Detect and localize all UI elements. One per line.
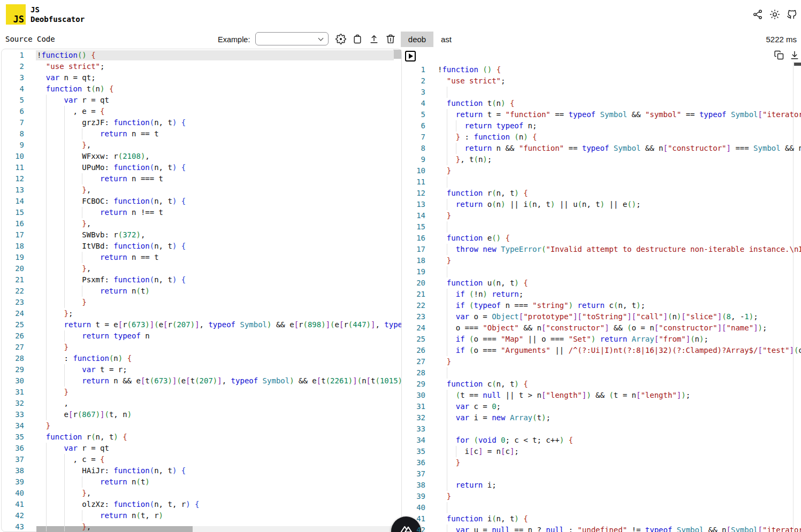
code-line[interactable]: 23 var o = Object["prototype"]["toString… [407, 311, 801, 322]
code-line[interactable]: 41 olzXz: function(n, t, r) { [2, 499, 401, 510]
code-line[interactable]: 3 var n = qt; [2, 72, 401, 83]
code-line[interactable]: 42 var u = null == n ? null : "undefined… [407, 525, 801, 532]
code-line[interactable]: 8 return n == t [2, 128, 401, 140]
code-line[interactable]: 38 HAiJr: function(n, t) { [2, 465, 401, 476]
code-line[interactable]: 36 var r = qt [2, 443, 401, 454]
code-line[interactable]: 41 function i(n, t) { [407, 513, 801, 525]
code-line[interactable]: 42 return n(t, r) [2, 510, 401, 521]
code-line[interactable]: 13 }, [2, 184, 401, 196]
code-line[interactable]: 22 return n(t) [2, 286, 401, 297]
code-line[interactable]: 37 [407, 468, 801, 480]
code-line[interactable]: 8 return n && "function" == typeof Symbo… [407, 143, 801, 154]
code-line[interactable]: 26 return typeof n [2, 330, 401, 342]
code-line[interactable]: 4 function t(n) { [2, 83, 401, 95]
code-line[interactable]: 14 FCBOC: function(n, t) { [2, 196, 401, 207]
code-line[interactable]: 27 } [2, 342, 401, 353]
code-line[interactable]: 10 } [407, 165, 801, 176]
share-icon[interactable] [752, 9, 763, 20]
code-line[interactable]: 3 [407, 87, 801, 98]
code-line[interactable]: 18 } [407, 255, 801, 266]
code-line[interactable]: 7 grzJF: function(n, t) { [2, 117, 401, 128]
code-line[interactable]: 15 return n !== t [2, 207, 401, 218]
code-line[interactable]: 7 } : function (n) { [407, 132, 801, 143]
code-line[interactable]: 43 }, [2, 521, 401, 532]
code-line[interactable]: 28 [407, 367, 801, 379]
tab-ast[interactable]: ast [433, 32, 459, 47]
code-line[interactable]: 16 function e() { [407, 233, 801, 244]
trash-icon[interactable] [385, 34, 396, 44]
code-line[interactable]: 19 [407, 266, 801, 277]
code-line[interactable]: 24 }; [2, 308, 401, 319]
code-line[interactable]: 11 [407, 176, 801, 188]
code-line[interactable]: 6 , e = { [2, 106, 401, 117]
code-line[interactable]: 1!function() { [2, 50, 401, 61]
code-line[interactable]: 32 , [2, 398, 401, 409]
code-line[interactable]: 1!function () { [407, 64, 801, 75]
code-line[interactable]: 6 return typeof n; [407, 120, 801, 132]
code-line[interactable]: 29 function c(n, t) { [407, 379, 801, 390]
code-line[interactable]: 17 SWBvb: r(372), [2, 229, 401, 241]
code-line[interactable]: 2 "use strict"; [2, 61, 401, 72]
code-line[interactable]: 9 }, t(n); [407, 154, 801, 165]
code-line[interactable]: 4 function t(n) { [407, 98, 801, 109]
code-line[interactable]: 30 return n && e[t(673)](e[t(207)], type… [2, 375, 401, 387]
code-line[interactable]: 25 return t = e[r(673)](e[r(207)], typeo… [2, 319, 401, 330]
code-line[interactable]: 24 o === "Object" && n["constructor"] &&… [407, 322, 801, 334]
code-line[interactable]: 17 throw new TypeError("Invalid attempt … [407, 244, 801, 255]
output-code-editor[interactable]: 1!function () {2 "use strict";34 functio… [407, 63, 801, 532]
code-line[interactable]: 2 "use strict"; [407, 75, 801, 87]
code-line[interactable]: 31 } [2, 387, 401, 398]
code-line[interactable]: 35 function r(n, t) { [2, 431, 401, 443]
upload-icon[interactable] [369, 34, 379, 44]
code-line[interactable]: 20 function u(n, t) { [407, 277, 801, 289]
settings-gear-icon[interactable] [335, 34, 346, 44]
code-line[interactable]: 37 , c = { [2, 454, 401, 465]
code-line[interactable]: 12 return n === t [2, 173, 401, 184]
theme-sun-icon[interactable] [769, 9, 780, 20]
download-icon[interactable] [789, 50, 800, 60]
code-line[interactable]: 35 i[c] = n[c]; [407, 446, 801, 457]
code-line[interactable]: 31 var c = 0; [407, 401, 801, 412]
source-code-editor[interactable]: 1!function() {2 "use strict";3 var n = q… [1, 49, 402, 532]
code-line[interactable]: 36 } [407, 457, 801, 468]
code-line[interactable]: 9 }, [2, 140, 401, 151]
code-line[interactable]: 18 ItVBd: function(n, t) { [2, 241, 401, 252]
code-line[interactable]: 32 var i = new Array(t); [407, 412, 801, 423]
code-line[interactable]: 12 function r(n, t) { [407, 188, 801, 199]
code-line[interactable]: 5 return t = "function" == typeof Symbol… [407, 109, 801, 120]
code-line[interactable]: 14 } [407, 210, 801, 221]
code-line[interactable]: 23 } [2, 297, 401, 308]
code-line[interactable]: 39 return n(t) [2, 476, 401, 488]
paste-icon[interactable] [352, 34, 363, 44]
code-line[interactable]: 5 var r = qt [2, 95, 401, 106]
code-line[interactable]: 19 return n == t [2, 252, 401, 263]
code-line[interactable]: 21 Psxmf: function(n, t) { [2, 274, 401, 286]
run-icon[interactable] [405, 51, 416, 61]
example-select[interactable] [255, 32, 329, 45]
code-line[interactable]: 34 } [2, 420, 401, 431]
code-line[interactable]: 29 var t = r; [2, 364, 401, 375]
github-icon[interactable] [787, 9, 797, 20]
code-line[interactable]: 33 [407, 423, 801, 435]
code-line[interactable]: 28 : function(n) { [2, 353, 401, 364]
code-line[interactable]: 11 UPuMo: function(n, t) { [2, 162, 401, 173]
code-line[interactable]: 13 return o(n) || i(n, t) || u(n, t) || … [407, 199, 801, 210]
code-line[interactable]: 20 }, [2, 263, 401, 274]
code-line[interactable]: 22 if (typeof n === "string") return c(n… [407, 300, 801, 311]
code-line[interactable]: 39 } [407, 491, 801, 502]
code-line[interactable]: 21 if (!n) return; [407, 289, 801, 300]
code-line[interactable]: 10 WFxxw: r(2108), [2, 151, 401, 162]
code-line[interactable]: 33 e[r(867)](t, n) [2, 409, 401, 420]
code-line[interactable]: 16 }, [2, 218, 401, 229]
copy-icon[interactable] [774, 50, 784, 60]
code-line[interactable]: 27 } [407, 356, 801, 367]
code-line[interactable]: 15 [407, 221, 801, 233]
code-line[interactable]: 38 return i; [407, 480, 801, 491]
code-line[interactable]: 40 [407, 502, 801, 513]
code-line[interactable]: 30 (t == null || t > n["length"]) && (t … [407, 390, 801, 401]
code-line[interactable]: 26 if (o === "Arguments" || /^(?:Ui|I)nt… [407, 345, 801, 356]
code-line[interactable]: 34 for (void 0; c < t; c++) { [407, 435, 801, 446]
code-line[interactable]: 25 if (o === "Map" || o === "Set") retur… [407, 334, 801, 345]
code-line[interactable]: 40 }, [2, 488, 401, 499]
tab-deob[interactable]: deob [401, 32, 433, 47]
